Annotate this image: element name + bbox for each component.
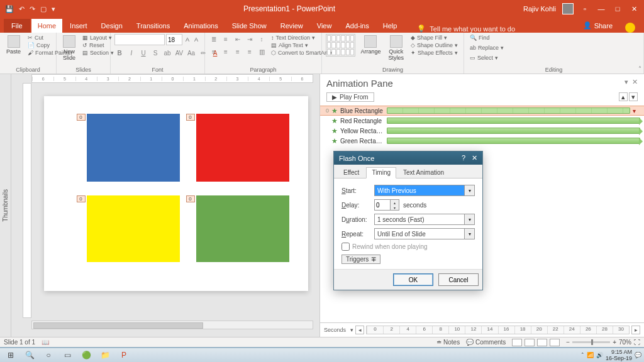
collapse-ribbon-icon[interactable]: ˄ bbox=[638, 65, 641, 72]
spellcheck-icon[interactable]: 📖 bbox=[42, 339, 49, 346]
font-size-input[interactable] bbox=[166, 34, 182, 45]
shape-fill-button[interactable]: ◆ Shape Fill ▾ bbox=[409, 34, 460, 41]
spacing-icon[interactable]: AV bbox=[174, 48, 184, 58]
columns-icon[interactable]: ▥ bbox=[257, 47, 267, 57]
animation-tag[interactable]: 0 bbox=[77, 195, 86, 202]
animation-row[interactable]: ★Red Rectangle bbox=[320, 116, 644, 126]
volume-icon[interactable]: 🔊 bbox=[596, 352, 603, 358]
bullets-icon[interactable]: ≣ bbox=[209, 34, 219, 44]
comments-button[interactable]: 💬 Comments bbox=[466, 339, 506, 346]
horizontal-scrollbar[interactable] bbox=[31, 321, 313, 329]
cancel-button[interactable]: Cancel bbox=[438, 273, 479, 286]
start-button[interactable]: ⊞ bbox=[3, 349, 19, 361]
pane-close-icon[interactable]: ✕ bbox=[632, 78, 638, 89]
user-name[interactable]: Rajiv Kohli bbox=[523, 5, 556, 13]
slideshow-icon[interactable]: ▢ bbox=[40, 5, 47, 13]
close-icon[interactable]: ✕ bbox=[629, 5, 639, 13]
maximize-icon[interactable]: □ bbox=[613, 5, 623, 13]
shape-effects-button[interactable]: ✦ Shape Effects ▾ bbox=[409, 49, 460, 57]
strike-icon[interactable]: S bbox=[150, 48, 160, 58]
shrink-font-icon[interactable]: A bbox=[192, 34, 200, 45]
animation-tag[interactable]: 0 bbox=[77, 114, 86, 121]
cortana-icon[interactable]: ○ bbox=[40, 349, 57, 361]
move-down-icon[interactable]: ▾ bbox=[629, 92, 638, 101]
zoom-out-icon[interactable]: − bbox=[566, 339, 570, 346]
share-button[interactable]: 👤 Share bbox=[577, 18, 619, 33]
align-center-icon[interactable]: ≡ bbox=[221, 47, 231, 57]
feedback-icon[interactable] bbox=[625, 23, 635, 33]
paste-button[interactable]: Paste bbox=[4, 34, 23, 56]
animation-row[interactable]: ★Yellow Rectan... bbox=[320, 126, 644, 136]
new-slide-button[interactable]: New Slide bbox=[60, 34, 78, 62]
rect-shape[interactable] bbox=[87, 114, 180, 182]
align-left-icon[interactable]: ≡ bbox=[209, 47, 219, 57]
duration-dropdown[interactable]: 1 seconds (Fast)▾ bbox=[374, 214, 475, 225]
ok-button[interactable]: OK bbox=[393, 273, 433, 286]
timeline-next-icon[interactable]: ▸ bbox=[631, 326, 640, 334]
row-menu-icon[interactable]: ▾ bbox=[633, 107, 640, 114]
move-up-icon[interactable]: ▴ bbox=[619, 92, 628, 101]
play-from-button[interactable]: ▶ Play From bbox=[326, 92, 374, 102]
shadow-icon[interactable]: ab bbox=[162, 48, 172, 58]
rect-shape[interactable] bbox=[87, 195, 180, 262]
line-spacing-icon[interactable]: ↕ bbox=[257, 34, 267, 44]
slide-count[interactable]: Slide 1 of 1 bbox=[4, 339, 35, 346]
wifi-icon[interactable]: 📶 bbox=[587, 352, 594, 358]
justify-icon[interactable]: ≡ bbox=[245, 47, 255, 57]
save-icon[interactable]: 💾 bbox=[5, 5, 14, 13]
thumbnails-strip[interactable]: Thumbnails bbox=[0, 74, 11, 337]
tab-help[interactable]: Help bbox=[377, 19, 404, 33]
pane-options-icon[interactable]: ▾ bbox=[625, 78, 628, 89]
fit-icon[interactable]: ⛶ bbox=[634, 339, 640, 346]
task-view-icon[interactable]: ▭ bbox=[59, 349, 75, 361]
powerpoint-icon[interactable]: P bbox=[116, 349, 132, 361]
spin-down-icon[interactable]: ▾ bbox=[391, 205, 399, 210]
chrome-icon[interactable]: 🟢 bbox=[78, 349, 94, 361]
dialog-tab-timing[interactable]: Timing bbox=[366, 167, 396, 178]
tab-review[interactable]: Review bbox=[274, 19, 309, 33]
numbering-icon[interactable]: ≡ bbox=[221, 34, 231, 44]
qat-more-icon[interactable]: ▾ bbox=[52, 5, 55, 13]
tab-file[interactable]: File bbox=[4, 19, 30, 33]
notes-button[interactable]: ≐ Notes bbox=[436, 339, 460, 346]
timeline-prev-icon[interactable]: ◂ bbox=[355, 326, 364, 334]
underline-icon[interactable]: U bbox=[138, 48, 148, 58]
zoom-in-icon[interactable]: + bbox=[613, 339, 616, 346]
repeat-dropdown[interactable]: Until End of Slide▾ bbox=[374, 228, 475, 239]
animation-tag[interactable]: 0 bbox=[186, 195, 195, 202]
tab-addins[interactable]: Add-ins bbox=[339, 19, 375, 33]
animation-row[interactable]: ★Green Rectan... bbox=[320, 136, 644, 146]
arrange-button[interactable]: Arrange bbox=[358, 34, 383, 56]
quick-styles-button[interactable]: Quick Styles bbox=[386, 34, 406, 62]
bold-icon[interactable]: B bbox=[114, 48, 125, 58]
timeline-ruler[interactable]: 024681012141618202224262830 bbox=[366, 326, 630, 334]
find-button[interactable]: 🔍 Find bbox=[468, 34, 492, 41]
view-sorter-icon[interactable] bbox=[525, 339, 535, 346]
font-name-input[interactable] bbox=[114, 34, 165, 45]
minimize-icon[interactable]: — bbox=[596, 5, 606, 13]
select-button[interactable]: ▭ Select ▾ bbox=[468, 54, 500, 62]
dialog-tab-effect[interactable]: Effect bbox=[338, 167, 365, 178]
indent-dec-icon[interactable]: ⇤ bbox=[233, 34, 243, 44]
tab-home[interactable]: Home bbox=[31, 19, 62, 33]
explorer-icon[interactable]: 📁 bbox=[97, 349, 113, 361]
tab-animations[interactable]: Animations bbox=[177, 19, 224, 33]
tab-view[interactable]: View bbox=[311, 19, 338, 33]
ribbon-options-icon[interactable]: ▫ bbox=[580, 5, 590, 13]
rect-shape[interactable] bbox=[196, 114, 289, 182]
align-right-icon[interactable]: ≡ bbox=[233, 47, 243, 57]
rect-shape[interactable] bbox=[196, 195, 289, 262]
indent-inc-icon[interactable]: ⇥ bbox=[245, 34, 255, 44]
dialog-tab-text[interactable]: Text Animation bbox=[397, 167, 450, 178]
tab-transitions[interactable]: Transitions bbox=[130, 19, 176, 33]
search-icon[interactable]: 🔍 bbox=[21, 349, 38, 361]
replace-button[interactable]: ab Replace ▾ bbox=[468, 44, 506, 52]
italic-icon[interactable]: I bbox=[126, 48, 136, 58]
tab-slideshow[interactable]: Slide Show bbox=[226, 19, 273, 33]
delay-input[interactable] bbox=[375, 200, 390, 210]
view-slideshow-icon[interactable] bbox=[550, 339, 560, 346]
animation-tag[interactable]: 0 bbox=[186, 114, 195, 121]
dialog-title-bar[interactable]: Flash Once ? ✕ bbox=[334, 151, 482, 165]
animation-row[interactable]: 0★Blue Rectangle▾ bbox=[320, 106, 644, 116]
zoom-slider[interactable] bbox=[572, 341, 610, 343]
